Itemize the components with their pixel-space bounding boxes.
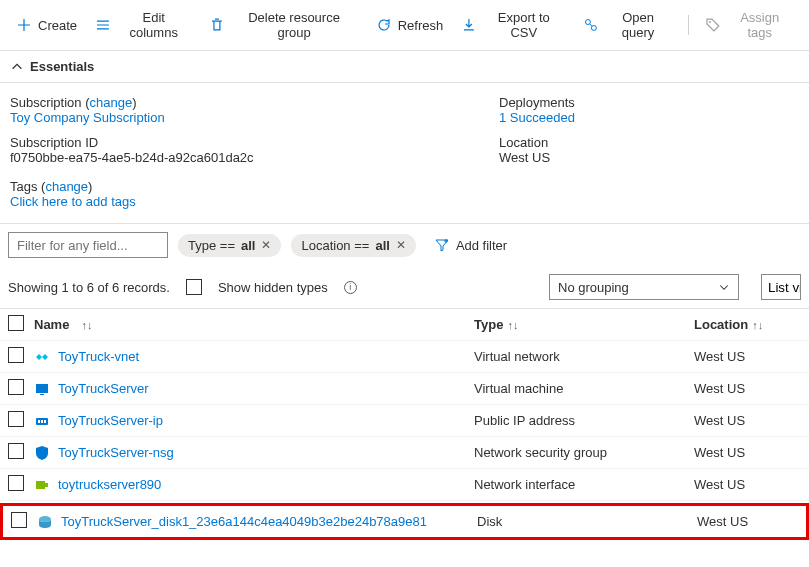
resource-type: Virtual machine xyxy=(474,381,694,396)
open-query-label: Open query xyxy=(604,10,671,40)
deployments-link[interactable]: 1 Succeeded xyxy=(499,110,799,125)
ip-icon xyxy=(34,413,50,429)
export-csv-label: Export to CSV xyxy=(483,10,565,40)
resource-location: West US xyxy=(694,477,801,492)
table-row[interactable]: ToyTruckServer-ipPublic IP addressWest U… xyxy=(0,405,809,437)
table-row[interactable]: ToyTruckServerVirtual machineWest US xyxy=(0,373,809,405)
resource-location: West US xyxy=(694,445,801,460)
svg-rect-3 xyxy=(36,384,48,393)
resource-type: Network security group xyxy=(474,445,694,460)
svg-point-2 xyxy=(709,21,711,23)
name-column-header[interactable]: Name↑↓ xyxy=(34,317,474,332)
subscription-id-label: Subscription ID xyxy=(10,135,499,150)
resource-link[interactable]: ToyTruckServer-ip xyxy=(58,413,163,428)
essentials-right: Deployments 1 Succeeded Location West US xyxy=(499,89,799,209)
resource-type: Network interface xyxy=(474,477,694,492)
resource-location: West US xyxy=(697,514,798,529)
subscription-label: Subscription (change) xyxy=(10,95,499,110)
edit-columns-label: Edit columns xyxy=(117,10,191,40)
open-query-button[interactable]: Open query xyxy=(575,6,680,44)
export-csv-button[interactable]: Export to CSV xyxy=(453,6,572,44)
essentials-toggle[interactable]: Essentials xyxy=(0,51,809,83)
records-bar: Showing 1 to 6 of 6 records. Show hidden… xyxy=(0,266,809,308)
resource-link[interactable]: ToyTruckServer xyxy=(58,381,149,396)
select-all-checkbox[interactable] xyxy=(8,315,24,331)
row-checkbox[interactable] xyxy=(8,347,24,363)
table-row[interactable]: toytruckserver890Network interfaceWest U… xyxy=(0,469,809,501)
subscription-change-link[interactable]: change xyxy=(90,95,133,110)
filter-input[interactable] xyxy=(8,232,168,258)
row-checkbox[interactable] xyxy=(11,512,27,528)
svg-rect-4 xyxy=(40,394,44,395)
grid-header-row: Name↑↓ Type↑↓ Location↑↓ xyxy=(0,309,809,341)
create-button[interactable]: Create xyxy=(8,13,85,37)
trash-icon xyxy=(209,17,225,33)
resource-location: West US xyxy=(694,413,801,428)
resource-link[interactable]: ToyTruckServer-nsg xyxy=(58,445,174,460)
subscription-name-link[interactable]: Toy Company Subscription xyxy=(10,110,499,125)
svg-rect-9 xyxy=(36,481,45,489)
grouping-dropdown[interactable]: No grouping xyxy=(549,274,739,300)
add-filter-button[interactable]: Add filter xyxy=(426,233,515,257)
sort-icon: ↑↓ xyxy=(81,319,92,331)
subscription-id-value: f0750bbe-ea75-4ae5-b24d-a92ca601da2c xyxy=(10,150,499,165)
svg-rect-6 xyxy=(38,420,40,423)
vm-icon xyxy=(34,381,50,397)
location-pill-clear[interactable]: ✕ xyxy=(396,238,406,252)
chevron-down-icon xyxy=(718,281,730,293)
tags-change-link[interactable]: change xyxy=(45,179,88,194)
resource-location: West US xyxy=(694,381,801,396)
refresh-icon xyxy=(376,17,392,33)
resource-type: Disk xyxy=(477,514,697,529)
type-filter-pill[interactable]: Type == all ✕ xyxy=(178,234,281,257)
list-view-button[interactable]: List vi xyxy=(761,274,801,300)
resource-type: Public IP address xyxy=(474,413,694,428)
row-checkbox[interactable] xyxy=(8,475,24,491)
svg-rect-8 xyxy=(44,420,46,423)
resource-link[interactable]: ToyTruck-vnet xyxy=(58,349,139,364)
svg-rect-7 xyxy=(41,420,43,423)
svg-rect-10 xyxy=(45,483,48,487)
toolbar-separator xyxy=(688,15,689,35)
show-hidden-checkbox[interactable] xyxy=(186,279,202,295)
row-checkbox[interactable] xyxy=(8,443,24,459)
resource-location: West US xyxy=(694,349,801,364)
essentials-left: Subscription (change) Toy Company Subscr… xyxy=(10,89,499,209)
download-icon xyxy=(461,17,477,33)
tag-icon xyxy=(705,17,721,33)
edit-columns-button[interactable]: Edit columns xyxy=(87,6,198,44)
delete-rg-button[interactable]: Delete resource group xyxy=(201,6,366,44)
svg-point-1 xyxy=(591,25,596,30)
location-label: Location xyxy=(499,135,799,150)
add-tags-link[interactable]: Click here to add tags xyxy=(10,194,499,209)
tags-label: Tags (change) xyxy=(10,179,499,194)
create-label: Create xyxy=(38,18,77,33)
table-row[interactable]: ToyTruckServer_disk1_23e6a144c4ea4049b3e… xyxy=(0,503,809,540)
assign-tags-button: Assign tags xyxy=(697,6,801,44)
refresh-button[interactable]: Refresh xyxy=(368,13,452,37)
delete-rg-label: Delete resource group xyxy=(230,10,357,40)
location-filter-pill[interactable]: Location == all ✕ xyxy=(291,234,415,257)
row-checkbox[interactable] xyxy=(8,411,24,427)
table-row[interactable]: ToyTruck-vnetVirtual networkWest US xyxy=(0,341,809,373)
location-value: West US xyxy=(499,150,799,165)
disk-icon xyxy=(37,514,53,530)
row-checkbox[interactable] xyxy=(8,379,24,395)
deployments-label: Deployments xyxy=(499,95,799,110)
nsg-icon xyxy=(34,445,50,461)
sort-icon: ↑↓ xyxy=(507,319,518,331)
type-pill-clear[interactable]: ✕ xyxy=(261,238,271,252)
command-bar: Create Edit columns Delete resource grou… xyxy=(0,0,809,51)
add-filter-label: Add filter xyxy=(456,238,507,253)
resource-link[interactable]: toytruckserver890 xyxy=(58,477,161,492)
filter-bar: Type == all ✕ Location == all ✕ Add filt… xyxy=(0,223,809,266)
type-column-header[interactable]: Type↑↓ xyxy=(474,317,694,332)
vnet-icon xyxy=(34,349,50,365)
resource-type: Virtual network xyxy=(474,349,694,364)
table-row[interactable]: ToyTruckServer-nsgNetwork security group… xyxy=(0,437,809,469)
info-icon[interactable]: i xyxy=(344,281,357,294)
resource-link[interactable]: ToyTruckServer_disk1_23e6a144c4ea4049b3e… xyxy=(61,514,427,529)
assign-tags-label: Assign tags xyxy=(726,10,793,40)
location-column-header[interactable]: Location↑↓ xyxy=(694,317,801,332)
loc-pill-prefix: Location == xyxy=(301,238,369,253)
